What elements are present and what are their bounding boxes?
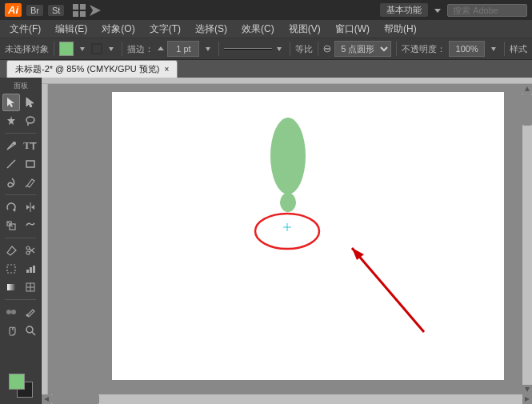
scrollbar-horizontal[interactable]	[42, 394, 532, 404]
stock-button[interactable]: St	[48, 5, 64, 16]
scroll-up-button[interactable]	[522, 84, 532, 94]
svg-marker-4	[90, 5, 101, 16]
tool-row-1	[2, 94, 39, 111]
graph-tool[interactable]	[22, 260, 39, 278]
warp-tool[interactable]	[22, 217, 39, 234]
stroke-dropdown-icon[interactable]	[202, 43, 214, 54]
reflect-tool[interactable]	[22, 198, 39, 216]
artboard-tool[interactable]	[2, 260, 20, 278]
scroll-down-button[interactable]	[522, 385, 532, 394]
scissors-tool[interactable]	[22, 242, 39, 259]
scroll-thumb-h[interactable]	[51, 394, 99, 404]
foreground-color-swatch[interactable]	[9, 374, 25, 390]
canvas-area[interactable]	[48, 84, 522, 394]
svg-marker-14	[7, 98, 14, 107]
panel-label: 面板	[2, 81, 39, 91]
direct-select-tool[interactable]	[22, 94, 39, 111]
document-tab[interactable]: 未标题-2* @ 85% (CMYK/GPU 预览) ×	[6, 60, 178, 78]
menu-view[interactable]: 视图(V)	[282, 21, 327, 38]
svg-marker-6	[80, 47, 85, 51]
svg-line-20	[7, 160, 15, 168]
menu-edit[interactable]: 编辑(E)	[49, 21, 94, 38]
color-swatches[interactable]	[9, 374, 33, 398]
scroll-thumb-v[interactable]	[522, 94, 532, 126]
stroke-up-icon[interactable]	[157, 45, 165, 53]
menu-file[interactable]: 文件(F)	[3, 21, 47, 38]
eraser-tool[interactable]	[2, 242, 20, 259]
svg-rect-38	[7, 284, 15, 290]
tool-row-12	[2, 322, 39, 339]
pencil-tool[interactable]	[22, 174, 39, 191]
rotate-tool[interactable]	[2, 198, 20, 216]
tab-title: 未标题-2* @ 85% (CMYK/GPU 预览)	[15, 63, 159, 75]
blend-tool[interactable]	[2, 303, 20, 321]
document-canvas	[112, 92, 504, 380]
tool-row-2	[2, 112, 39, 130]
bridge-button[interactable]: Br	[26, 5, 43, 16]
lasso-tool[interactable]	[22, 112, 39, 130]
shape-dropdown[interactable]: 5 点圆形	[334, 41, 391, 57]
magic-wand-tool[interactable]	[2, 112, 20, 130]
rect-tool[interactable]	[22, 155, 39, 173]
tab-close-button[interactable]: ×	[164, 65, 169, 74]
stroke-color[interactable]	[91, 43, 102, 54]
tool-row-7	[2, 217, 39, 234]
scrollbar-vertical[interactable]	[522, 84, 532, 394]
green-shape	[268, 116, 308, 220]
hand-tool[interactable]	[2, 322, 20, 339]
stroke-input[interactable]	[167, 41, 199, 57]
svg-point-42	[6, 310, 11, 314]
fill-color[interactable]	[59, 42, 74, 56]
search-input[interactable]	[447, 4, 527, 17]
sep1	[54, 42, 54, 56]
menu-bar: 文件(F) 编辑(E) 对象(O) 文字(T) 选择(S) 效果(C) 视图(V…	[0, 20, 532, 38]
mesh-tool[interactable]	[22, 278, 39, 296]
svg-line-46	[32, 332, 35, 335]
svg-rect-0	[73, 4, 78, 10]
type-tool[interactable]: T T	[22, 137, 39, 154]
svg-point-19	[13, 142, 16, 145]
svg-marker-56	[525, 387, 530, 392]
scroll-track-v	[522, 94, 532, 385]
menu-effect[interactable]: 效果(C)	[235, 21, 281, 38]
paintbrush-tool[interactable]	[2, 174, 20, 191]
svg-marker-8	[158, 46, 164, 50]
pen-tool[interactable]	[2, 137, 20, 154]
tool-divider-2	[5, 194, 36, 195]
tool-row-3: T T	[2, 137, 39, 154]
title-bar: Ai Br St 基本功能	[0, 0, 532, 20]
tool-row-9	[2, 260, 39, 278]
scroll-right-button[interactable]	[522, 394, 532, 404]
menu-object[interactable]: 对象(O)	[95, 21, 141, 38]
svg-marker-57	[44, 397, 49, 402]
opacity-arrow-icon	[488, 43, 499, 54]
color-swatch-area	[2, 370, 39, 401]
svg-point-17	[26, 117, 34, 123]
menu-window[interactable]: 窗口(W)	[329, 21, 376, 38]
svg-point-30	[26, 251, 30, 254]
menu-help[interactable]: 帮助(H)	[378, 21, 423, 38]
tool-row-4	[2, 155, 39, 173]
line-segment-tool[interactable]	[2, 155, 20, 173]
zoom-view-tool[interactable]	[22, 322, 39, 339]
line-dropdown-icon[interactable]	[274, 43, 285, 54]
stroke-label: 描边：	[127, 43, 154, 55]
svg-marker-23	[13, 209, 16, 212]
tool-row-10	[2, 278, 39, 296]
menu-select[interactable]: 选择(S)	[189, 21, 234, 38]
select-tool[interactable]	[2, 94, 20, 111]
toolbox: 面板 T T	[0, 78, 42, 404]
red-arrow	[336, 232, 432, 336]
workspace-button[interactable]: 基本功能	[380, 3, 428, 17]
tool-divider-4	[5, 299, 36, 300]
scale-tool[interactable]	[2, 217, 20, 234]
gradient-tool[interactable]	[2, 278, 20, 296]
opacity-input[interactable]	[449, 41, 485, 57]
menu-text[interactable]: 文字(T)	[143, 21, 187, 38]
scroll-left-button[interactable]	[42, 394, 51, 404]
stroke-arrow-icon	[106, 43, 117, 54]
tool-row-8	[2, 242, 39, 259]
top-ruler	[42, 78, 532, 84]
eyedropper-tool[interactable]	[22, 303, 39, 321]
circle-icon	[323, 45, 331, 53]
